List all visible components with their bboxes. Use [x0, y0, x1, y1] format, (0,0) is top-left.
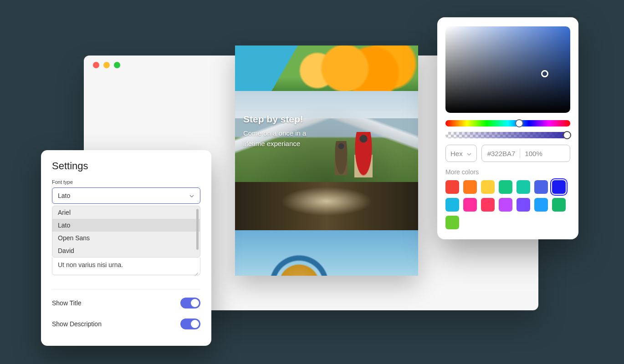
- font-type-select[interactable]: Lato: [52, 187, 200, 204]
- color-input-row: Hex #322BA7 100%: [445, 145, 570, 162]
- color-swatch-3[interactable]: [499, 180, 512, 194]
- font-option-opensans[interactable]: Open Sans: [52, 232, 200, 244]
- color-swatch-9[interactable]: [481, 198, 495, 212]
- hex-value: #322BA7: [487, 150, 516, 157]
- alpha-slider-thumb[interactable]: [563, 131, 571, 139]
- alpha-value: 100%: [525, 150, 542, 157]
- separator: [520, 149, 520, 158]
- more-colors-label: More colors: [445, 168, 570, 176]
- color-swatch-5[interactable]: [534, 180, 548, 194]
- chevron-down-icon: [189, 193, 194, 198]
- preview-headline: Step by step!: [243, 114, 306, 125]
- show-title-toggle[interactable]: [180, 298, 200, 308]
- show-title-label: Show Title: [52, 299, 82, 307]
- color-gradient-canvas[interactable]: [445, 26, 570, 113]
- swatch-grid: [445, 180, 570, 229]
- alpha-slider[interactable]: [445, 132, 570, 138]
- font-type-label: Font type: [52, 179, 200, 185]
- color-swatch-1[interactable]: [463, 180, 477, 194]
- show-description-row: Show Description: [52, 318, 200, 329]
- color-swatch-2[interactable]: [481, 180, 495, 194]
- color-swatch-8[interactable]: [463, 198, 477, 212]
- color-picker-panel: Hex #322BA7 100% More colors: [437, 17, 578, 239]
- hue-slider[interactable]: [445, 120, 570, 126]
- preview-overlay-text: Step by step! Come on a once in a lifeti…: [243, 114, 306, 149]
- color-swatch-12[interactable]: [534, 198, 548, 212]
- color-cursor[interactable]: [541, 70, 548, 77]
- show-description-label: Show Description: [52, 320, 102, 328]
- font-dropdown[interactable]: Ariel Lato Open Sans David: [52, 206, 200, 258]
- resize-handle-icon[interactable]: [194, 268, 198, 273]
- show-description-toggle[interactable]: [180, 318, 200, 329]
- scrollbar-thumb[interactable]: [196, 209, 199, 250]
- hue-slider-thumb[interactable]: [515, 119, 523, 127]
- preview-image-carousel: [235, 230, 418, 276]
- color-swatch-13[interactable]: [552, 198, 566, 212]
- settings-panel: Settings Font type Lato Ariel Lato Open …: [41, 150, 211, 346]
- font-selected-value: Lato: [58, 192, 70, 199]
- settings-title: Settings: [52, 160, 200, 172]
- color-hex-input[interactable]: #322BA7 100%: [481, 145, 570, 162]
- maximize-icon[interactable]: [114, 62, 120, 68]
- preview-subline: Come on a once in a lifetime experiance: [243, 128, 306, 149]
- close-icon[interactable]: [93, 62, 99, 68]
- font-option-david[interactable]: David: [52, 244, 200, 257]
- show-title-row: Show Title: [52, 298, 200, 308]
- chevron-down-icon: [466, 151, 472, 156]
- divider: [52, 289, 200, 289]
- preview-image-flowers: [235, 46, 418, 91]
- preview-image-toast: [235, 182, 418, 230]
- minimize-icon[interactable]: [103, 62, 110, 68]
- font-option-ariel[interactable]: Ariel: [52, 206, 200, 219]
- color-swatch-0[interactable]: [445, 180, 459, 194]
- preview-panel: Step by step! Come on a once in a lifeti…: [235, 46, 418, 276]
- preview-image-hikers: Step by step! Come on a once in a lifeti…: [235, 91, 418, 182]
- color-swatch-7[interactable]: [445, 198, 459, 212]
- color-format-select[interactable]: Hex: [445, 145, 477, 162]
- color-swatch-14[interactable]: [445, 216, 459, 229]
- color-swatch-10[interactable]: [499, 198, 512, 212]
- sample-text-input[interactable]: Ut non varius nisi urna.: [52, 258, 200, 275]
- color-swatch-11[interactable]: [517, 198, 530, 212]
- font-option-lato[interactable]: Lato: [52, 219, 200, 232]
- color-swatch-4[interactable]: [517, 180, 530, 194]
- color-swatch-6[interactable]: [552, 180, 566, 194]
